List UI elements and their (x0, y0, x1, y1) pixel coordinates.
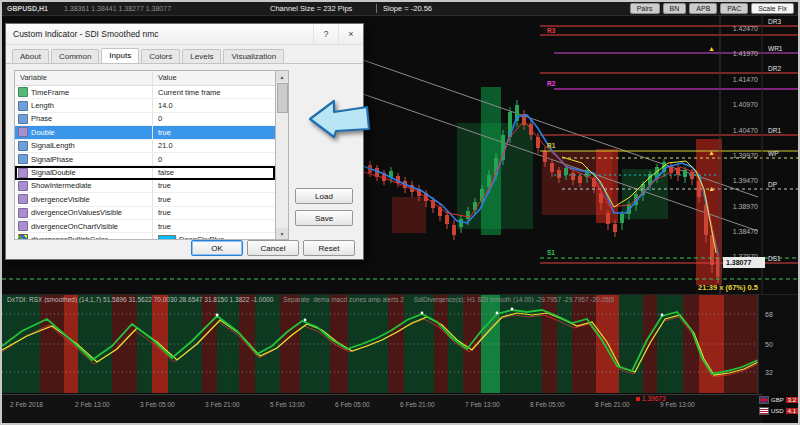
param-name: ShowIntermediate (31, 181, 91, 190)
scroll-down-icon[interactable]: ▼ (276, 228, 288, 239)
currency-code: GBP (771, 397, 784, 403)
tab-colors[interactable]: Colors (141, 49, 180, 63)
svg-text:S1: S1 (547, 249, 555, 256)
indicator-name-sdi: SdiDivergence(s): H1 SDI smooth (14.00) … (414, 296, 614, 303)
svg-text:DR1: DR1 (768, 127, 781, 134)
param-type-icon (18, 194, 28, 204)
param-value[interactable]: true (158, 222, 171, 231)
save-button[interactable]: Save (295, 210, 353, 226)
svg-text:R1: R1 (547, 142, 556, 149)
param-type-icon (18, 101, 28, 111)
param-row-Phase[interactable]: Phase0 (15, 113, 275, 126)
param-row-divergenceOnChartVisible[interactable]: divergenceOnChartVisibletrue (15, 220, 275, 233)
time-label: 6 Feb 21:00 (400, 401, 435, 408)
svg-text:32: 32 (765, 369, 773, 376)
reset-button[interactable]: Reset (303, 240, 355, 256)
svg-text:50: 50 (765, 341, 773, 348)
currency-badges: GBP3.2USD4.1 (759, 396, 795, 418)
param-value[interactable]: Current time frame (158, 88, 221, 97)
param-row-SignalDouble[interactable]: SignalDoublefalse (15, 166, 275, 179)
alert-price-label: 1.39673 (636, 395, 666, 402)
param-value[interactable]: 0 (158, 114, 162, 123)
load-button[interactable]: Load (295, 188, 353, 204)
close-icon[interactable]: × (338, 24, 363, 44)
param-row-divergenceOnValuesVisible[interactable]: divergenceOnValuesVisibletrue (15, 207, 275, 220)
param-row-divergenceBullishColor[interactable]: divergenceBullishColorDeepSkyBlue (15, 233, 275, 240)
gbp-flag-icon (759, 396, 769, 404)
topbar-button-pac[interactable]: PAC (720, 3, 748, 14)
param-type-icon (18, 181, 28, 191)
topbar-button-apb[interactable]: APB (689, 3, 717, 14)
dialog-tabs: AboutCommonInputsColorsLevelsVisualizati… (6, 45, 363, 64)
param-type-icon (18, 114, 28, 124)
column-header-value[interactable]: Value (153, 71, 275, 85)
topbar-button-bn[interactable]: BN (663, 3, 687, 14)
param-row-ShowIntermediate[interactable]: ShowIntermediatetrue (15, 180, 275, 193)
svg-text:1.41970: 1.41970 (733, 50, 758, 57)
param-type-icon (18, 168, 28, 178)
svg-text:DP: DP (768, 181, 777, 188)
currency-value: 4.1 (786, 408, 798, 414)
param-row-SignalPhase[interactable]: SignalPhase0 (15, 153, 275, 166)
tab-common[interactable]: Common (51, 49, 99, 63)
svg-text:1.38470: 1.38470 (733, 228, 758, 235)
svg-text:R2: R2 (547, 80, 556, 87)
tab-visualization[interactable]: Visualization (223, 49, 284, 63)
param-row-SignalLength[interactable]: SignalLength21.0 (15, 140, 275, 153)
svg-text:DS1: DS1 (768, 255, 781, 262)
tab-inputs[interactable]: Inputs (101, 48, 139, 63)
svg-text:1.38077: 1.38077 (726, 259, 751, 266)
topbar-button-scale-fix[interactable]: Scale Fix (751, 3, 794, 14)
tab-levels[interactable]: Levels (182, 49, 221, 63)
scrollbar-thumb[interactable] (277, 83, 288, 113)
indicator-svg[interactable]: 685032 (2, 294, 798, 394)
currency-badge-usd[interactable]: USD4.1 (759, 407, 795, 415)
time-label: 3 Feb 05:00 (140, 401, 175, 408)
cancel-button[interactable]: Cancel (247, 240, 299, 256)
ok-button[interactable]: OK (191, 240, 243, 256)
svg-text:▲: ▲ (708, 149, 715, 156)
scroll-up-icon[interactable]: ▲ (276, 71, 288, 82)
topbar-buttons: PairsBNAPBPACScale Fix (630, 3, 794, 14)
time-label: 3 Feb 21:00 (205, 401, 240, 408)
help-button[interactable]: ? (313, 24, 338, 44)
param-type-icon (18, 221, 28, 231)
param-row-TimeFrame[interactable]: TimeFrameCurrent time frame (15, 86, 275, 99)
param-name: divergenceBullishColor (31, 235, 108, 240)
dialog-titlebar[interactable]: Custom Indicator - SDI Smoothed nmc ? × (6, 24, 363, 45)
param-name: SignalPhase (31, 155, 73, 164)
topbar-button-pairs[interactable]: Pairs (630, 3, 660, 14)
table-scrollbar[interactable]: ▲ ▼ (276, 70, 289, 240)
param-row-Double[interactable]: Doubletrue (15, 126, 275, 139)
param-type-icon (18, 208, 28, 218)
tab-about[interactable]: About (12, 49, 49, 63)
param-value[interactable]: true (158, 195, 171, 204)
param-value[interactable]: false (158, 168, 174, 177)
param-table-header: Variable Value (15, 71, 275, 86)
time-label: 8 Feb 05:00 (530, 401, 565, 408)
svg-text:▲: ▲ (708, 45, 715, 52)
svg-text:WP: WP (768, 150, 778, 157)
svg-text:1.38970: 1.38970 (733, 203, 758, 210)
svg-text:R3: R3 (547, 27, 556, 34)
param-name: Length (31, 101, 54, 110)
column-header-variable[interactable]: Variable (15, 71, 153, 85)
param-table: Variable Value TimeFrameCurrent time fra… (14, 70, 276, 240)
param-row-Length[interactable]: Length14.0 (15, 99, 275, 112)
titlebar-buttons: ? × (313, 24, 363, 44)
param-name: Phase (31, 114, 52, 123)
param-value[interactable]: true (158, 128, 171, 137)
currency-badge-gbp[interactable]: GBP3.2 (759, 396, 795, 404)
color-swatch (158, 235, 176, 240)
mt4-window: GBPUSD,H1 1.38361 1.38441 1.38277 1.3807… (0, 0, 800, 425)
slope-info: Slope = -20.56 (376, 4, 432, 13)
param-value[interactable]: 14.0 (158, 101, 173, 110)
currency-value: 3.2 (786, 397, 798, 403)
time-label: 2 Feb 2018 (10, 401, 43, 408)
param-value[interactable]: 21.0 (158, 141, 173, 150)
param-value[interactable]: true (158, 208, 171, 217)
param-value[interactable]: true (158, 181, 171, 190)
param-row-divergenceVisible[interactable]: divergenceVisibletrue (15, 193, 275, 206)
param-value[interactable]: 0 (158, 155, 162, 164)
candle-timer: 21:39 x (67%) 0.5 (698, 283, 758, 292)
